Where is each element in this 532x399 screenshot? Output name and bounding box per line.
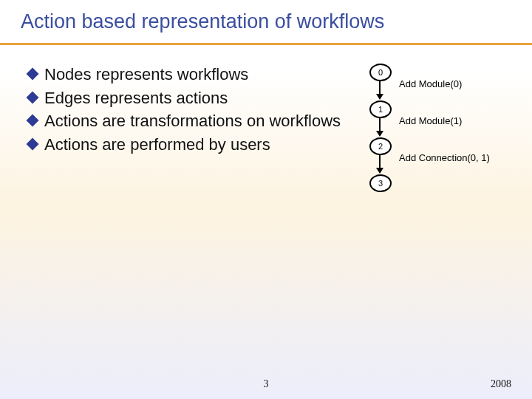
diagram-edge-label: Add Module(0) <box>399 78 462 89</box>
title-underline <box>0 43 532 45</box>
slide-title: Action based representation of workflows <box>21 10 517 33</box>
list-item: Edges represents actions <box>28 87 346 109</box>
diamond-bullet-icon <box>27 138 39 151</box>
diamond-bullet-icon <box>27 91 39 103</box>
bullet-text: Actions are transformations on workflows <box>44 110 341 132</box>
bullet-text: Nodes represents workflows <box>44 64 248 86</box>
diagram-node: 1 <box>369 100 392 118</box>
diagram-node: 2 <box>369 137 392 155</box>
list-item: Actions are transformations on workflows <box>28 110 346 132</box>
diamond-bullet-icon <box>27 115 39 127</box>
slide: Action based representation of workflows… <box>0 0 532 399</box>
diagram-edge <box>379 118 381 136</box>
diagram-edge-label: Add Module(1) <box>399 115 462 126</box>
page-number: 3 <box>0 378 532 390</box>
workflow-diagram: 0 Add Module(0) 1 Add Module(1) 2 Add Co… <box>369 64 525 270</box>
bullet-text: Actions are performed by users <box>44 134 270 156</box>
bullet-list: Nodes represents workflows Edges represe… <box>28 64 346 157</box>
list-item: Nodes represents workflows <box>28 64 346 86</box>
diagram-edge-label: Add Connection(0, 1) <box>399 152 490 163</box>
diagram-node: 3 <box>369 174 392 192</box>
diagram-node: 0 <box>369 64 392 81</box>
list-item: Actions are performed by users <box>28 134 346 156</box>
diagram-edge <box>379 81 381 99</box>
bullet-text: Edges represents actions <box>44 87 228 109</box>
year-label: 2008 <box>491 378 511 390</box>
diamond-bullet-icon <box>27 68 39 81</box>
diagram-edge <box>379 155 381 173</box>
